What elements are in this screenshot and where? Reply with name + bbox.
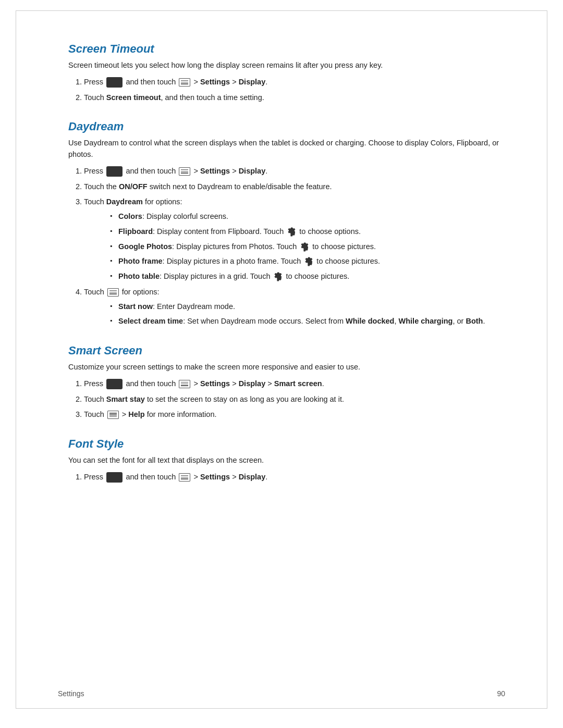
step-item: Touch Daydream for options: Colors: Disp… xyxy=(84,196,505,282)
section-screen-timeout: Screen Timeout Screen timeout lets you s… xyxy=(68,42,505,103)
bullet-item: Photo table: Display pictures in a grid.… xyxy=(110,271,505,282)
bullet-item: Select dream time: Set when Daydream mod… xyxy=(110,316,505,327)
smart-screen-title: Smart Screen xyxy=(68,344,505,357)
gear-icon xyxy=(304,257,313,266)
step-item: Touch for options: Start now: Enter Dayd… xyxy=(84,287,505,327)
menu-icon xyxy=(179,78,190,87)
step-item: Press and then touch > Settings > Displa… xyxy=(84,378,505,390)
footer: Settings 90 xyxy=(58,689,505,698)
bullet-item: Google Photos: Display pictures from Pho… xyxy=(110,241,505,253)
screen-timeout-desc: Screen timeout lets you select how long … xyxy=(68,60,505,71)
font-style-title: Font Style xyxy=(68,437,505,451)
footer-page-number: 90 xyxy=(497,689,505,698)
step-item: Press and then touch > Settings > Displa… xyxy=(84,77,505,88)
footer-left-label: Settings xyxy=(58,689,84,698)
font-style-desc: You can set the font for all text that d… xyxy=(68,455,505,466)
screen-timeout-title: Screen Timeout xyxy=(68,42,505,56)
step-item: Touch Smart stay to set the screen to st… xyxy=(84,394,505,405)
daydream-steps: Press and then touch > Settings > Displa… xyxy=(84,166,505,327)
home-button xyxy=(106,166,123,177)
gear-icon xyxy=(273,272,283,281)
step-item: Touch the ON/OFF switch next to Daydream… xyxy=(84,181,505,193)
font-style-steps: Press and then touch > Settings > Displa… xyxy=(84,472,505,483)
menu-icon xyxy=(107,411,119,419)
bullet-item: Colors: Display colorful screens. xyxy=(110,211,505,223)
page-container: Screen Timeout Screen timeout lets you s… xyxy=(16,10,547,709)
home-button xyxy=(106,472,123,483)
bullet-item: Start now: Enter Daydream mode. xyxy=(110,301,505,313)
gear-icon xyxy=(300,242,309,252)
menu-icon xyxy=(107,288,119,297)
home-button xyxy=(106,379,123,390)
section-smart-screen: Smart Screen Customize your screen setti… xyxy=(68,344,505,421)
step-item: Touch > Help for more information. xyxy=(84,409,505,421)
daydream-title: Daydream xyxy=(68,120,505,133)
bullet-item: Flipboard: Display content from Flipboar… xyxy=(110,226,505,238)
step-item: Touch Screen timeout, and then touch a t… xyxy=(84,92,505,104)
home-button xyxy=(106,77,123,88)
smart-screen-steps: Press and then touch > Settings > Displa… xyxy=(84,378,505,421)
smart-screen-desc: Customize your screen settings to make t… xyxy=(68,362,505,373)
bullet-item: Photo frame: Display pictures in a photo… xyxy=(110,256,505,267)
step-item: Press and then touch > Settings > Displa… xyxy=(84,472,505,483)
daydream-bullet-list: Colors: Display colorful screens. Flipbo… xyxy=(110,211,505,282)
section-font-style: Font Style You can set the font for all … xyxy=(68,437,505,483)
menu-icon xyxy=(179,167,190,176)
gear-icon xyxy=(287,227,296,237)
screen-timeout-steps: Press and then touch > Settings > Displa… xyxy=(84,77,505,104)
menu-icon xyxy=(179,380,190,388)
daydream-sub-bullets: Start now: Enter Daydream mode. Select d… xyxy=(110,301,505,328)
daydream-desc: Use Daydream to control what the screen … xyxy=(68,138,505,161)
menu-icon xyxy=(179,473,190,482)
step-item: Press and then touch > Settings > Displa… xyxy=(84,166,505,177)
section-daydream: Daydream Use Daydream to control what th… xyxy=(68,120,505,327)
